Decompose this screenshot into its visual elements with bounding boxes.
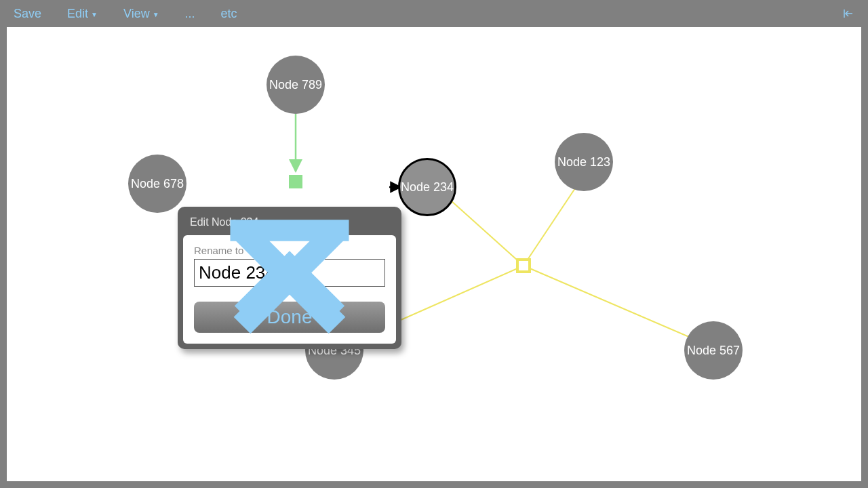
- graph-node-123[interactable]: Node 123: [555, 133, 613, 191]
- edit-node-dialog: Edit Node 234 Rename to Done: [178, 207, 401, 349]
- menu-edit-label: Edit: [67, 7, 88, 21]
- caret-down-icon: ▼: [91, 11, 98, 18]
- collapse-sidebar-icon[interactable]: [842, 7, 854, 20]
- graph-node-678[interactable]: Node 678: [128, 155, 186, 213]
- graph-canvas[interactable]: Node 789 Node 678 Node 234 Node 123 Node…: [7, 27, 861, 481]
- menu-save[interactable]: Save: [14, 7, 41, 21]
- node-label: Node 567: [687, 344, 740, 358]
- menu-more-label: ...: [185, 7, 195, 21]
- svg-line-6: [524, 178, 582, 266]
- hub-node[interactable]: [516, 258, 531, 273]
- menu-etc-label: etc: [221, 7, 237, 21]
- menu-view[interactable]: View▼: [123, 7, 159, 21]
- node-label: Node 234: [401, 180, 454, 195]
- menu-etc[interactable]: etc: [221, 7, 237, 21]
- node-label: Node 123: [557, 155, 610, 169]
- graph-node-234[interactable]: Node 234: [398, 158, 456, 216]
- menu-view-label: View: [123, 7, 150, 21]
- svg-rect-3: [289, 175, 302, 188]
- app-window: Save Edit▼ View▼ ... etc: [0, 0, 868, 488]
- node-label: Node 678: [131, 177, 184, 191]
- menubar: Save Edit▼ View▼ ... etc: [0, 0, 868, 27]
- dialog-titlebar[interactable]: Edit Node 234: [183, 212, 396, 235]
- close-icon[interactable]: [378, 217, 389, 228]
- menu-save-label: Save: [14, 7, 41, 21]
- menu-more[interactable]: ...: [185, 7, 195, 21]
- svg-line-5: [451, 201, 524, 266]
- svg-line-8: [524, 266, 698, 341]
- graph-node-567[interactable]: Node 567: [684, 321, 743, 380]
- graph-node-789[interactable]: Node 789: [267, 56, 325, 114]
- graph-edges: [7, 27, 861, 481]
- node-label: Node 789: [269, 78, 322, 92]
- menu-edit[interactable]: Edit▼: [67, 7, 98, 21]
- caret-down-icon: ▼: [153, 11, 159, 18]
